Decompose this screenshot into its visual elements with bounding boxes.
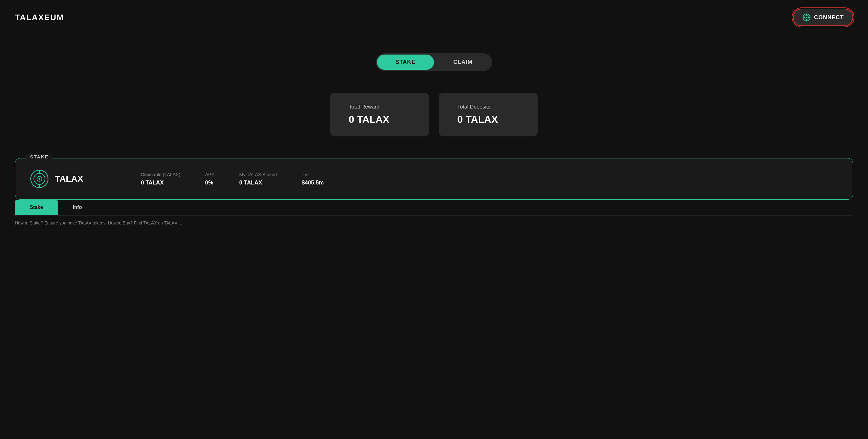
logo: TALAXEUM: [15, 13, 64, 22]
claimable-value: 0 TALAX: [141, 179, 180, 186]
total-deposits-value: 0 TALAX: [457, 114, 519, 125]
connect-label: CONNECT: [814, 14, 844, 21]
stats-container: Total Reward 0 TALAX Total Deposits 0 TA…: [294, 93, 574, 136]
stake-card: STAKE TALAX Claima: [15, 158, 853, 200]
claimable-label: Claimable (TALAX): [141, 172, 180, 177]
tab-claim[interactable]: CLAIM: [435, 55, 491, 70]
stake-section: STAKE TALAX Claima: [15, 158, 853, 200]
svg-point-10: [38, 178, 40, 180]
total-deposits-label: Total Deposits: [457, 104, 519, 110]
my-staked-label: My TALAX Staked: [239, 172, 277, 177]
tvl-value: $405.5m: [302, 179, 323, 186]
claimable-stat: Claimable (TALAX) 0 TALAX: [141, 172, 180, 186]
header: TALAXEUM CONNECT: [0, 0, 868, 35]
connect-icon: [802, 13, 811, 22]
total-reward-value: 0 TALAX: [349, 114, 411, 125]
bottom-tab-info[interactable]: Info: [58, 200, 97, 215]
tab-stake[interactable]: STAKE: [377, 55, 434, 70]
token-info: TALAX: [30, 170, 111, 188]
total-reward-card: Total Reward 0 TALAX: [330, 93, 429, 136]
apy-stat: APY 0%: [205, 172, 214, 186]
bottom-description: How to Stake? Ensure you have TALAX toke…: [15, 221, 853, 225]
stake-card-title: STAKE: [26, 154, 53, 159]
tab-toggle-container: STAKE CLAIM: [0, 53, 868, 71]
apy-label: APY: [205, 172, 214, 177]
stake-stats: Claimable (TALAX) 0 TALAX APY 0% My TALA…: [141, 172, 838, 186]
talax-logo-icon: [30, 170, 49, 188]
tvl-stat: TVL $405.5m: [302, 172, 323, 186]
tvl-label: TVL: [302, 172, 323, 177]
total-reward-label: Total Reward: [349, 104, 411, 110]
token-name: TALAX: [55, 174, 83, 184]
my-staked-stat: My TALAX Staked 0 TALAX: [239, 172, 277, 186]
my-staked-value: 0 TALAX: [239, 179, 277, 186]
connect-button[interactable]: CONNECT: [793, 9, 853, 26]
bottom-tabs: Stake Info: [15, 200, 853, 215]
divider: [126, 170, 126, 188]
tab-toggle: STAKE CLAIM: [376, 53, 493, 71]
svg-point-2: [806, 17, 807, 18]
total-deposits-card: Total Deposits 0 TALAX: [439, 93, 538, 136]
stake-card-inner: TALAX Claimable (TALAX) 0 TALAX APY 0% M…: [30, 170, 838, 188]
apy-value: 0%: [205, 179, 214, 186]
bottom-tab-stake[interactable]: Stake: [15, 200, 58, 215]
